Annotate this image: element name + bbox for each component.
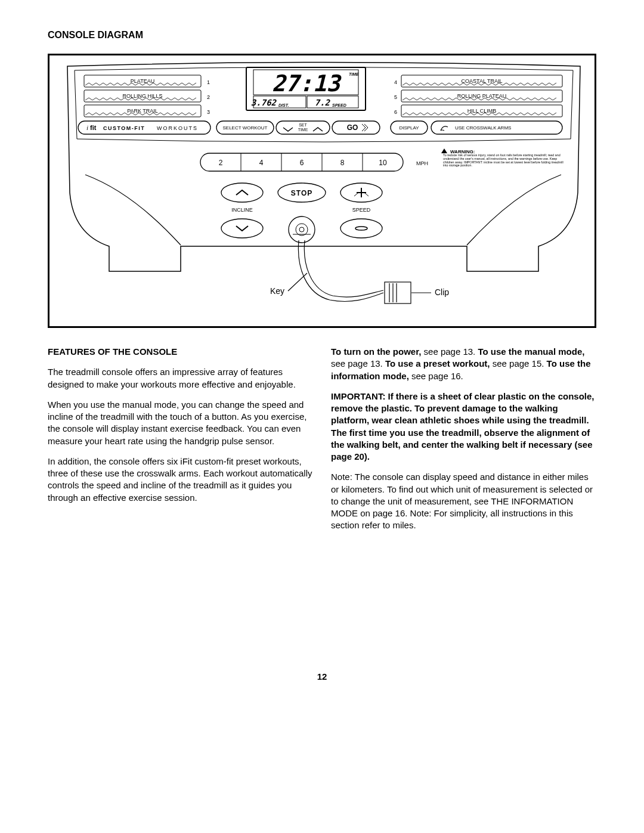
svg-text:TIME: TIME [298,128,308,132]
display-button[interactable]: DISPLAY [391,121,428,134]
svg-text:GO: GO [347,123,358,132]
set-time-button[interactable]: SET TIME [276,121,330,134]
svg-text:6: 6 [394,109,397,115]
speed-10-button[interactable]: 10 [379,159,387,167]
double-chevron-right-icon [362,124,368,131]
speed-4-button[interactable]: 4 [259,159,264,167]
svg-point-42 [289,216,315,243]
svg-text:fit: fit [90,124,97,131]
svg-text:2: 2 [207,94,210,100]
stop-button[interactable]: STOP [278,183,326,202]
left-column: FEATURES OF THE CONSOLE The treadmill co… [48,346,313,540]
section-title: CONSOLE DIAGRAM [48,30,596,41]
svg-text:DISPLAY: DISPLAY [399,125,419,131]
speed-2-button[interactable]: 2 [219,159,223,167]
ifit-button[interactable]: i fit CUSTOM-FIT WORKOUTS [78,121,210,134]
warning-label: WARNING: To reduce risk of serious injur… [441,148,568,184]
workouts-right: COASTAL TRAIL 4 ROLLING PLATEAU 5 HILL C… [394,75,562,117]
clip-callout: Clip [435,287,449,297]
speed-6-button[interactable]: 6 [300,159,304,167]
svg-text:4: 4 [394,79,397,85]
incline-up-button[interactable] [221,183,263,202]
speed-down-button[interactable] [340,219,382,238]
page-number: 12 [48,671,596,682]
key-callout: Key [270,286,284,296]
svg-point-50 [355,227,367,230]
svg-text:5: 5 [394,94,397,100]
incline-label: INCLINE [231,207,253,213]
paragraph: To turn on the power, see page 13. To us… [331,346,596,382]
important-paragraph: IMPORTANT: If there is a sheet of clear … [331,391,596,463]
svg-point-38 [221,183,263,202]
svg-point-43 [296,224,308,236]
arms-icon [441,126,448,131]
chevron-up-icon [236,190,248,195]
speed-preset-bar: 2 4 6 8 10 MPH [200,153,428,171]
svg-text:SELECT WORKOUT: SELECT WORKOUT [223,125,268,131]
svg-text:i: i [86,124,88,131]
svg-text:USE CROSSWALK ARMS: USE CROSSWALK ARMS [455,125,511,131]
lcd-speed-value: 7.2 [315,98,331,107]
lanyard [288,240,431,304]
speed-up-button[interactable] [340,183,382,202]
lcd-speed-label: SPEED [332,103,346,107]
workout-plateau: PLATEAU [131,78,154,84]
incline-down-button[interactable] [221,219,263,238]
svg-point-49 [340,219,382,238]
workout-rolling-plateau: ROLLING PLATEAU [457,93,506,99]
svg-text:CUSTOM-FIT: CUSTOM-FIT [103,125,145,131]
go-button[interactable]: GO [332,121,380,134]
lcd-dist-value: 3.762 [251,98,277,107]
svg-text:1: 1 [207,79,210,85]
svg-text:3: 3 [207,109,210,115]
workouts-left: PLATEAU 1 ROLLING HILLS 2 PARK TRAIL 3 [84,75,210,117]
svg-text:STOP: STOP [291,189,312,197]
paragraph: Note: The console can display speed and … [331,471,596,531]
svg-point-39 [221,219,263,238]
workout-hill-climb: HILL CLIMB [467,108,497,114]
select-workout-button[interactable]: SELECT WORKOUT [216,121,274,134]
safety-key-socket[interactable] [289,216,315,243]
paragraph: When you use the manual mode, you can ch… [48,399,313,447]
lcd-dist-label: DIST. [278,103,289,107]
paragraph: In addition, the console offers six iFit… [48,456,313,504]
console-diagram: PLATEAU 1 ROLLING HILLS 2 PARK TRAIL 3 C… [48,54,596,328]
lcd-time-value: 27:13 [272,70,342,97]
svg-text:SET: SET [299,123,307,127]
workout-rolling-hills: ROLLING HILLS [122,93,162,99]
svg-text:WORKOUTS: WORKOUTS [157,125,198,131]
chevron-down-icon [283,128,293,131]
svg-line-51 [288,273,307,291]
workout-coastal-trail: COASTAL TRAIL [462,78,503,84]
crosswalk-button[interactable]: USE CROSSWALK ARMS [431,121,562,134]
svg-rect-53 [385,282,411,304]
speed-8-button[interactable]: 8 [340,159,345,167]
chevron-up-icon [313,128,323,131]
lcd-time-label: TIME [349,72,359,76]
chevron-down-icon [236,226,248,231]
features-heading: FEATURES OF THE CONSOLE [48,346,313,358]
right-column: To turn on the power, see page 13. To us… [331,346,596,540]
mph-label: MPH [416,160,428,166]
speed-label: SPEED [352,207,371,213]
svg-point-44 [299,227,304,232]
paragraph: The treadmill console offers an impressi… [48,366,313,391]
lcd-display: 27:13 TIME 3.762 DIST. 7.2 SPEED [246,67,366,110]
workout-park-trail: PARK TRAIL [127,108,158,114]
